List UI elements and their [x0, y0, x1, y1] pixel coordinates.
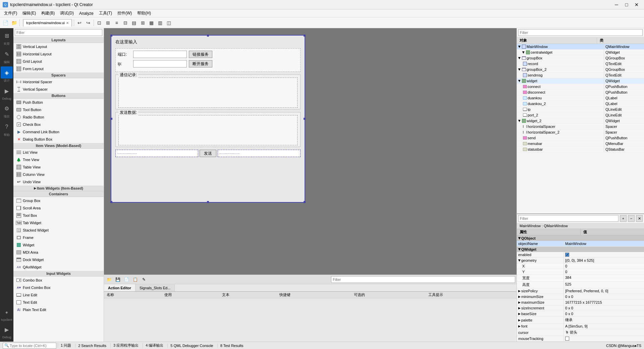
obj-connect[interactable]: connect QPushButton [517, 84, 644, 90]
obj-statusbar[interactable]: statusbar QStatusBar [517, 147, 644, 152]
bottom-tb-copy[interactable]: 📋 [131, 276, 139, 283]
menu-build[interactable]: 构建(B) [39, 9, 57, 17]
props-close-btn[interactable]: ✕ [636, 215, 643, 222]
widget2-expand[interactable]: ▶ [518, 120, 521, 122]
toolbar-align-m[interactable]: ▤ [130, 19, 138, 27]
widget-scroll-area[interactable]: Scroll Area [13, 204, 104, 212]
obj-disconnect[interactable]: disconnect QPushButton [517, 90, 644, 95]
obj-hspacer[interactable]: horizontalSpacer Spacer [517, 124, 644, 130]
prop-basesize[interactable]: ▶ baseSize 0 x 0 [517, 311, 644, 317]
obj-centralwidget[interactable]: ▶ centralwidget QWidget [517, 50, 644, 55]
status-problems[interactable]: 1 问题 [58, 343, 74, 348]
status-app-output[interactable]: 3 应用程序输出 [110, 343, 141, 348]
widget-dialog-button-box[interactable]: ✕ Dialog Button Box [13, 136, 104, 143]
props-minus-btn[interactable]: − [628, 215, 635, 222]
obj-hspacer2[interactable]: horizontalSpacer_2 Spacer [517, 130, 644, 135]
widget-push-button[interactable]: Push Button [13, 99, 104, 106]
groupbox-expand[interactable]: ▶ [518, 57, 521, 59]
section-spacers[interactable]: Spacers [13, 72, 104, 78]
prop-maxsize[interactable]: ▶ maximumSize 16777215 x 16777215 [517, 300, 644, 305]
prop-objectname[interactable]: objectName MainWindow [517, 241, 644, 247]
toolbar-align-t[interactable]: ⊟ [121, 19, 129, 27]
geometry-expand[interactable]: ▶ [518, 259, 521, 262]
tab-action-editor[interactable]: Action Editor [104, 284, 136, 291]
obj-mainwindow[interactable]: ▶ MainWindow QMainWindow [517, 44, 644, 50]
sidebar-design[interactable]: ◈ [1, 66, 13, 79]
tab-mainwindow[interactable]: tcpclient/mainwindow.ui ✕ [23, 19, 72, 27]
send-textarea[interactable] [118, 115, 298, 145]
prop-palette[interactable]: ▶ palette 继承 [517, 317, 644, 323]
widget-undo-view[interactable]: ↩ Undo View [13, 178, 104, 186]
sizeincrement-expand[interactable]: ▶ [518, 306, 521, 310]
toolbar-align-r[interactable]: ≡ [113, 19, 121, 27]
widget-group-box[interactable]: Group Box [13, 197, 104, 204]
bottom-tb-open[interactable]: 📁 [105, 276, 113, 283]
ip-input[interactable] [133, 60, 187, 67]
resize-bc[interactable] [207, 201, 209, 203]
toolbar-align-l[interactable]: ⊡ [95, 19, 103, 27]
toolbar-new[interactable]: 📄 [1, 19, 9, 27]
toolbar-align-c[interactable]: ⊞ [104, 19, 112, 27]
status-search-input[interactable] [10, 344, 53, 348]
tab-signals-slots[interactable]: Signals_Slots Ed... [136, 284, 175, 291]
resize-tl[interactable] [110, 35, 112, 37]
menu-file[interactable]: 文件(F) [1, 9, 20, 17]
mousetracking-checkbox[interactable] [565, 337, 569, 341]
obj-port2[interactable]: port_2 QLineEdit [517, 112, 644, 118]
widget-dock-widget[interactable]: Dock Widget [13, 256, 104, 263]
sidebar-help[interactable]: ? [1, 121, 13, 133]
widget-vertical-spacer[interactable]: Vertical Spacer [13, 86, 104, 93]
open-button[interactable]: 断开服务 [189, 60, 212, 67]
resize-tr[interactable] [304, 35, 306, 37]
resize-tc[interactable] [207, 35, 209, 37]
obj-groupbox[interactable]: ▶ groupBox QGroupBox [517, 55, 644, 61]
sidebar-debug[interactable]: ▶ [1, 85, 13, 97]
prop-font[interactable]: ▶ font A [SimSun, 9] [517, 323, 644, 329]
sidebar-edit[interactable]: ✎ [1, 48, 13, 60]
widget-qax-widget[interactable]: AX QAxWidget [13, 263, 104, 271]
toolbar-undo[interactable]: ↩ [75, 19, 84, 27]
menu-tools[interactable]: 工具(T) [96, 9, 115, 17]
minimize-button[interactable]: ─ [612, 1, 621, 8]
widget-form-layout[interactable]: Form Layout [13, 65, 104, 72]
status-compile-output[interactable]: 4 编译输出 [143, 343, 166, 348]
resize-bl[interactable] [110, 201, 112, 203]
font-expand[interactable]: ▶ [518, 325, 521, 328]
widget-vertical-layout[interactable]: Vertical Layout [13, 43, 104, 50]
obj-filter-input[interactable] [518, 29, 643, 36]
props-filter-input[interactable] [518, 215, 619, 222]
enabled-checkbox[interactable]: ✓ [565, 253, 569, 257]
sidebar-projects[interactable]: ⚙ [1, 102, 13, 114]
prop-sizeincrement[interactable]: ▶ sizeIncrement 0 x 0 [517, 305, 644, 311]
sidebar-run-debug[interactable]: ▶ [1, 323, 13, 336]
widget-radio-button[interactable]: Radio Button [13, 113, 104, 121]
section-buttons[interactable]: Buttons [13, 93, 104, 99]
bottom-filter-input[interactable] [331, 276, 515, 283]
toolbar-adjust[interactable]: ◫ [165, 19, 173, 27]
menu-help[interactable]: 帮助(H) [135, 9, 154, 17]
widget-grid-layout[interactable]: Grid Layout [13, 58, 104, 65]
bottom-tb-save[interactable]: 💾 [114, 276, 121, 283]
widget-combo-box[interactable]: ▾ Combo Box [13, 277, 104, 284]
widget-stacked-widget[interactable]: Stacked Widget [13, 227, 104, 234]
widget-column-view[interactable]: Column View [13, 171, 104, 178]
toolbar-break[interactable]: ▥ [156, 19, 164, 27]
widget-font-combo-box[interactable]: A▾ Font Combo Box [13, 284, 104, 291]
maxsize-expand[interactable]: ▶ [518, 301, 521, 304]
prop-y[interactable]: Y 0 [517, 269, 644, 275]
widget-widget[interactable]: Widget [13, 241, 104, 249]
toolbar-grid[interactable]: ⊞ [139, 19, 147, 27]
prop-height[interactable]: 高度 525 [517, 282, 644, 288]
close-button[interactable]: ✕ [632, 1, 641, 8]
obj-duankou2[interactable]: duankou_2 QLabel [517, 101, 644, 107]
obj-groupbox2[interactable]: ▶ groupBox_2 QGroupBox [517, 67, 644, 72]
resize-ml[interactable] [110, 118, 112, 120]
maximize-button[interactable]: □ [622, 1, 631, 8]
form-canvas[interactable]: 在这里输入 端口: 链接服务 ip: 断开服务 [111, 35, 305, 203]
prop-x[interactable]: X 0 [517, 263, 644, 269]
toolbar-form[interactable]: ▦ [148, 19, 156, 27]
tab-close-icon[interactable]: ✕ [66, 21, 69, 25]
menu-edit[interactable]: 编辑(E) [20, 9, 39, 17]
widget-frame[interactable]: Frame [13, 234, 104, 241]
prop-mousetracking[interactable]: mouseTracking [517, 336, 644, 342]
